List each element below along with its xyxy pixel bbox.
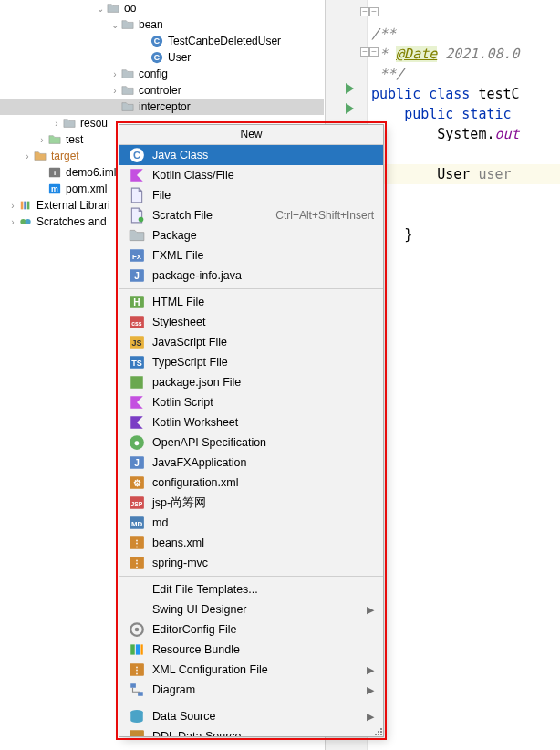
tree-item-label: interceptor (139, 100, 191, 113)
code-text: testC (478, 86, 519, 102)
svg-rect-10 (27, 202, 30, 210)
run-gutter-icon[interactable] (346, 103, 354, 114)
menu-item[interactable]: package.json File (119, 372, 383, 392)
menu-item[interactable]: File (119, 185, 383, 205)
submenu-arrow-icon: ▶ (367, 604, 374, 616)
iml-icon: i (47, 165, 62, 180)
chevron-down-icon[interactable]: ⌄ (95, 4, 106, 14)
menu-item-label: Swing UI Designer (152, 603, 361, 616)
code-text: public (404, 106, 453, 122)
folder-icon (129, 228, 145, 243)
svg-text:FX: FX (132, 253, 142, 261)
kts-icon (129, 395, 145, 410)
fold-icon[interactable]: – (360, 7, 369, 16)
tree-item[interactable]: ⌄oo (0, 0, 324, 16)
jsp-icon: JSP (129, 495, 145, 510)
tree-item-label: controler (139, 84, 181, 97)
openapi-icon: ● (129, 435, 145, 450)
chevron-right-icon[interactable]: › (7, 217, 18, 227)
submenu-arrow-icon: ▶ (367, 684, 374, 696)
fold-icon[interactable]: – (369, 47, 379, 57)
chevron-right-icon[interactable]: › (51, 119, 62, 129)
chevron-right-icon[interactable]: › (22, 151, 33, 161)
menu-item[interactable]: ⋮spring-mvc (119, 553, 383, 573)
menu-item-label: Kotlin Worksheet (152, 416, 374, 429)
svg-rect-44 (130, 644, 135, 654)
menu-item[interactable]: EditorConfig File (119, 620, 383, 640)
svg-text:TS: TS (131, 359, 142, 368)
menu-item[interactable]: MDmd (119, 513, 383, 533)
popup-menu-list: CJava ClassKotlin Class/FileFileScratch … (119, 145, 383, 736)
menu-separator (119, 703, 383, 703)
code-text: System. (437, 126, 494, 142)
menu-item-shortcut: Ctrl+Alt+Shift+Insert (275, 209, 374, 222)
code-text: } (404, 226, 412, 243)
menu-item[interactable]: Package (119, 225, 383, 245)
menu-item[interactable]: TSTypeScript File (119, 352, 383, 372)
menu-item[interactable]: ⚙configuration.xml (119, 473, 383, 493)
svg-text:m: m (51, 184, 58, 193)
fold-icon[interactable]: – (369, 7, 379, 16)
chevron-right-icon[interactable]: › (36, 135, 47, 145)
menu-item[interactable]: JSPjsp-尚筹网 (119, 493, 383, 513)
menu-separator (119, 288, 383, 289)
menu-item[interactable]: ⋮beans.xml (119, 533, 383, 553)
menu-item[interactable]: JJavaFXApplication (119, 453, 383, 473)
menu-item[interactable]: ●OpenAPI Specification (119, 432, 383, 453)
tree-item-label: demo6.iml (66, 166, 116, 179)
menu-item-label: Kotlin Script (152, 396, 374, 409)
blank-icon (129, 602, 145, 617)
chevron-down-icon[interactable]: ⌄ (109, 20, 120, 30)
menu-item[interactable]: ⋮XML Configuration File▶ (119, 660, 383, 680)
tree-item[interactable]: CUser (0, 49, 324, 66)
menu-item[interactable]: Edit File Templates... (119, 579, 383, 599)
cfg-icon: ⚙ (129, 475, 145, 490)
menu-item-label: File (152, 189, 374, 202)
menu-item[interactable]: CJava Class (119, 145, 383, 165)
tree-item-label: target (51, 150, 79, 162)
svg-rect-45 (136, 644, 140, 654)
menu-item[interactable]: Jpackage-info.java (119, 266, 383, 286)
submenu-arrow-icon: ▶ (367, 664, 374, 676)
code-text: user (478, 166, 511, 182)
menu-item[interactable]: Scratch FileCtrl+Alt+Shift+Insert (119, 205, 383, 225)
svg-rect-46 (141, 644, 143, 654)
menu-item[interactable]: JSJavaScript File (119, 332, 383, 352)
svg-rect-60 (378, 734, 379, 735)
menu-item[interactable]: cssStylesheet (119, 312, 383, 332)
menu-item[interactable]: Diagram▶ (119, 680, 383, 700)
menu-item[interactable]: HHTML File (119, 292, 383, 312)
menu-item-label: Kotlin Class/File (152, 169, 374, 182)
menu-item[interactable]: Swing UI Designer▶ (119, 599, 383, 620)
fold-icon[interactable]: – (360, 47, 369, 57)
chevron-right-icon[interactable]: › (7, 201, 18, 211)
pkg-info-icon: J (129, 268, 145, 283)
tree-item[interactable]: CTestCanbeDeletedUser (0, 33, 324, 49)
svg-point-11 (20, 219, 26, 224)
class-c-icon: C (150, 34, 164, 48)
menu-item[interactable]: Resource Bundle (119, 640, 383, 660)
menu-item[interactable]: Kotlin Worksheet (119, 412, 383, 432)
menu-item-label: spring-mvc (152, 557, 374, 569)
run-gutter-icon[interactable] (346, 83, 354, 94)
resize-grip-icon[interactable] (372, 725, 383, 736)
menu-item[interactable]: DDLDDL Data Source (119, 726, 383, 736)
tree-item[interactable]: interceptor (0, 99, 324, 115)
code-text: static (453, 106, 519, 122)
menu-item-label: Java Class (152, 149, 374, 161)
chevron-right-icon[interactable]: › (109, 86, 120, 96)
menu-item[interactable]: FXFXML File (119, 245, 383, 266)
tree-item[interactable]: ›controler (0, 82, 324, 99)
chevron-right-icon[interactable]: › (109, 69, 120, 79)
svg-text:MD: MD (131, 520, 143, 528)
tree-item[interactable]: ›config (0, 66, 324, 82)
tree-item[interactable]: ⌄bean (0, 16, 324, 33)
menu-item[interactable]: Kotlin Class/File (119, 165, 383, 185)
svg-point-43 (135, 628, 140, 632)
menu-item[interactable]: Kotlin Script (119, 392, 383, 412)
folder-icon (120, 83, 135, 98)
code-text: /** (371, 26, 396, 42)
menu-item-label: Resource Bundle (152, 643, 374, 656)
tree-item-label: test (66, 133, 83, 146)
menu-item[interactable]: Data Source▶ (119, 706, 383, 726)
